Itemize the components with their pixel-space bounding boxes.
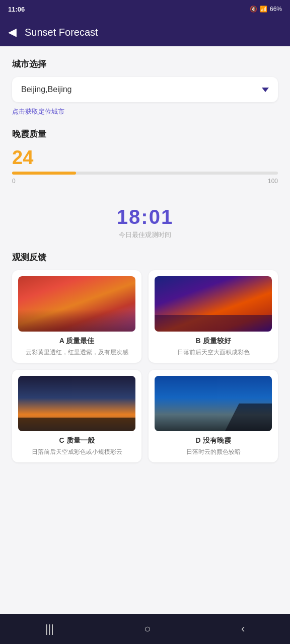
back-nav-button[interactable]: ‹ [231,618,255,639]
progress-max: 100 [268,178,278,185]
feedback-desc-c: 日落前后天空成彩色或小规模彩云 [18,447,135,456]
dropdown-arrow-icon [262,88,269,92]
menu-button[interactable]: ||| [35,618,64,639]
feedback-section: 观测反馈 A 质量最佳云彩黄里透红，红里透紫，及有层次感B 质量较好日落前后天空… [12,252,278,462]
feedback-card-c[interactable]: C 质量一般日落前后天空成彩色或小规模彩云 [12,370,141,462]
status-bar: 11:06 🔇 📶 66% [0,0,290,18]
page-title: Sunset Forecast [25,27,98,38]
feedback-card-b[interactable]: B 质量较好日落前后天空大面积成彩色 [149,270,278,363]
quality-section: 晚霞质量 24 0 100 [12,128,278,185]
city-section: 城市选择 Beijing,Beijing 点击获取定位城市 [12,58,278,116]
main-content: 城市选择 Beijing,Beijing 点击获取定位城市 晚霞质量 24 0 … [0,46,290,614]
feedback-desc-a: 云彩黄里透红，红里透紫，及有层次感 [18,348,135,357]
status-time: 11:06 [8,6,25,13]
feedback-image-a [18,276,135,332]
feedback-card-a[interactable]: A 质量最佳云彩黄里透红，红里透紫，及有层次感 [12,270,141,363]
best-time: 18:01 [12,206,278,228]
back-button[interactable]: ◀ [8,26,17,39]
best-time-label: 今日最佳观测时间 [12,230,278,239]
time-section: 18:01 今日最佳观测时间 [12,197,278,252]
progress-labels: 0 100 [12,178,278,185]
feedback-card-d[interactable]: D 没有晚霞日落时云的颜色较暗 [149,370,278,462]
city-section-title: 城市选择 [12,58,278,70]
bottom-nav: ||| ○ ‹ [0,614,290,644]
quality-progress-fill [12,172,76,175]
progress-min: 0 [12,178,16,185]
home-button[interactable]: ○ [134,618,161,639]
feedback-grade-a: A 质量最佳 [18,337,135,346]
feedback-image-b [155,276,272,332]
feedback-grid: A 质量最佳云彩黄里透红，红里透紫，及有层次感B 质量较好日落前后天空大面积成彩… [12,270,278,462]
wifi-icon: 📶 [260,6,267,13]
feedback-desc-d: 日落时云的颜色较暗 [155,447,272,456]
status-icons: 🔇 📶 66% [250,6,282,13]
mute-icon: 🔇 [250,6,257,13]
feedback-image-d [155,376,272,431]
top-nav: ◀ Sunset Forecast [0,18,290,46]
location-link[interactable]: 点击获取定位城市 [12,107,278,116]
feedback-desc-b: 日落前后天空大面积成彩色 [155,348,272,357]
battery-label: 66% [270,6,282,13]
feedback-grade-b: B 质量较好 [155,337,272,346]
quality-section-title: 晚霞质量 [12,128,278,140]
feedback-image-c [18,376,135,431]
city-name: Beijing,Beijing [21,85,72,94]
feedback-section-title: 观测反馈 [12,252,278,263]
city-select-box[interactable]: Beijing,Beijing [12,77,278,102]
quality-progress-bar [12,172,278,175]
feedback-grade-c: C 质量一般 [18,436,135,445]
quality-score: 24 [12,147,278,169]
feedback-grade-d: D 没有晚霞 [155,436,272,445]
